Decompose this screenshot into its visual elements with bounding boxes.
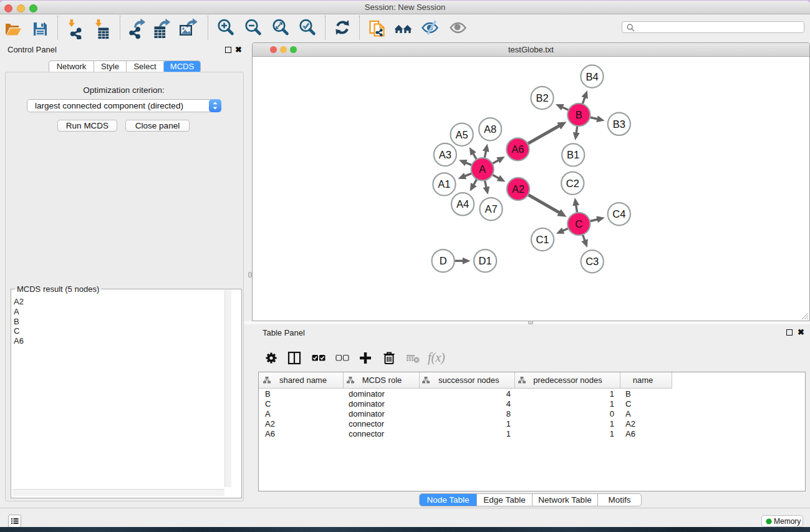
svg-text:C3: C3: [586, 256, 599, 267]
svg-text:A8: A8: [484, 123, 496, 135]
svg-text:A5: A5: [456, 129, 468, 140]
svg-text:A7: A7: [485, 203, 497, 215]
svg-text:A1: A1: [438, 178, 450, 190]
svg-text:B3: B3: [613, 118, 625, 130]
svg-text:C4: C4: [612, 208, 625, 220]
svg-text:B1: B1: [567, 149, 579, 160]
svg-text:C1: C1: [536, 234, 549, 245]
svg-text:C: C: [575, 218, 582, 230]
svg-text:A: A: [479, 163, 486, 175]
svg-text:B2: B2: [536, 92, 548, 104]
svg-text:D: D: [440, 255, 447, 266]
svg-text:D1: D1: [479, 255, 492, 266]
svg-text:A4: A4: [456, 198, 469, 210]
svg-text:A2: A2: [512, 183, 524, 195]
svg-text:A3: A3: [439, 149, 451, 160]
svg-text:A6: A6: [511, 143, 524, 155]
svg-text:C2: C2: [566, 178, 579, 189]
svg-text:B4: B4: [586, 71, 598, 82]
svg-text:B: B: [576, 109, 582, 120]
